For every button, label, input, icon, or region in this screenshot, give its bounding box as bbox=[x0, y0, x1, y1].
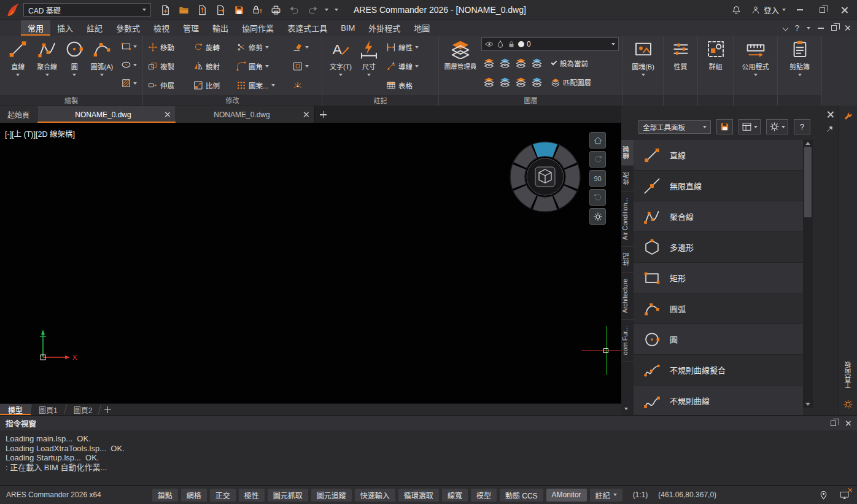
trim-button[interactable]: 修剪 bbox=[235, 42, 292, 52]
tab-noname0[interactable]: NONAME_0.dwg bbox=[37, 106, 176, 123]
restore-button[interactable] bbox=[814, 2, 830, 17]
circle-button[interactable]: 圓 bbox=[62, 37, 87, 95]
tab-manage[interactable]: 管理 bbox=[176, 20, 206, 36]
palette-settings-button[interactable] bbox=[766, 119, 788, 134]
lineweight-toggle[interactable]: 線寬 bbox=[442, 489, 468, 502]
amonitor-toggle[interactable]: AMonitor bbox=[546, 489, 587, 502]
print-button[interactable] bbox=[268, 2, 284, 17]
mirror-button[interactable]: 鏡射 bbox=[192, 61, 235, 71]
pin-icon[interactable] bbox=[826, 125, 834, 133]
palette-item-polygon[interactable]: 多邊形 bbox=[634, 232, 803, 263]
pattern-button[interactable]: 圖案... bbox=[235, 80, 292, 90]
rotate-button[interactable]: 旋轉 bbox=[192, 42, 235, 52]
palette-tab-annotate[interactable]: 註記 bbox=[621, 247, 634, 273]
tab-start-page[interactable]: 起始頁 bbox=[0, 106, 37, 123]
layer-manager-button[interactable]: 圖層管理員 bbox=[443, 37, 478, 95]
snap-toggle[interactable]: 鎖點 bbox=[152, 489, 178, 502]
qat-customize-caret[interactable] bbox=[333, 9, 340, 11]
tab-home[interactable]: 常用 bbox=[21, 20, 50, 36]
show-all-layers-button[interactable] bbox=[497, 56, 512, 71]
scroll-down-icon[interactable] bbox=[805, 403, 810, 406]
import-button[interactable] bbox=[194, 2, 210, 17]
etrack-toggle[interactable]: 圖元追蹤 bbox=[311, 489, 352, 502]
grid-toggle[interactable]: 網格 bbox=[181, 489, 207, 502]
erase-button[interactable] bbox=[292, 42, 316, 52]
palette-tab-draw[interactable]: 繪製 bbox=[621, 140, 634, 166]
quick-input-toggle[interactable]: 快速輸入 bbox=[355, 489, 395, 502]
palette-tab-architecture[interactable]: Architecture bbox=[621, 273, 634, 320]
tab-view[interactable]: 檢視 bbox=[147, 20, 176, 36]
leader-button[interactable]: 導線 bbox=[385, 56, 420, 76]
palette-item-spline-fit[interactable]: 不規則曲線擬合 bbox=[634, 355, 803, 386]
geolocation-button[interactable] bbox=[816, 488, 830, 502]
tool-palette-strip-label[interactable]: 工具面板 bbox=[843, 362, 853, 389]
doc-restore-icon[interactable] bbox=[831, 25, 837, 31]
more-tabs-icon[interactable] bbox=[624, 408, 628, 410]
rotate-angle-button[interactable]: 90 bbox=[589, 170, 606, 187]
tab-collaborate[interactable]: 協同作業 bbox=[235, 20, 281, 36]
scale-button[interactable]: 比例 bbox=[192, 80, 235, 90]
set-layer-current-button[interactable]: 設為當前 bbox=[545, 58, 619, 68]
explode-button[interactable] bbox=[292, 80, 316, 90]
close-tab-icon[interactable] bbox=[165, 112, 170, 117]
strip-settings-button[interactable] bbox=[842, 397, 855, 411]
freeze-layer-button[interactable] bbox=[513, 56, 528, 71]
new-sheet-button[interactable] bbox=[100, 404, 115, 415]
tab-express-tools[interactable]: 表達式工具 bbox=[281, 20, 334, 36]
tab-model[interactable]: 模型 bbox=[0, 404, 31, 415]
tab-output[interactable]: 輸出 bbox=[206, 20, 235, 36]
palette-item-spline[interactable]: 不規則曲線 bbox=[634, 386, 803, 415]
smart-dimension-button[interactable]: 尺寸 bbox=[355, 37, 382, 95]
tool-palette-strip-button[interactable] bbox=[842, 110, 855, 123]
group-button[interactable]: 群組 bbox=[702, 37, 729, 95]
open-button[interactable] bbox=[176, 2, 192, 17]
linear-dimension-button[interactable]: 線性 bbox=[385, 37, 420, 56]
utilities-button[interactable]: 公用程式 bbox=[737, 37, 774, 95]
palette-item-circle[interactable]: 圓 bbox=[634, 324, 803, 355]
command-history[interactable]: Loading main.lsp... OK. Loading LoadXtra… bbox=[0, 430, 857, 485]
lock-layer-button[interactable] bbox=[481, 75, 496, 90]
hide-layer-button[interactable] bbox=[481, 56, 496, 71]
redo-button[interactable] bbox=[304, 2, 320, 17]
viewport-controls-label[interactable]: [-][上 (T)][2D 線架構] bbox=[5, 128, 75, 139]
view-settings-button[interactable] bbox=[589, 208, 606, 225]
palette-scrollbar[interactable] bbox=[803, 140, 813, 408]
palette-tab-air-conditioning[interactable]: Air Condition... bbox=[621, 192, 634, 247]
float-window-icon[interactable] bbox=[831, 421, 836, 426]
layer-select[interactable]: 0 bbox=[481, 37, 619, 51]
export-button[interactable] bbox=[212, 2, 228, 17]
palette-tab-room-furniture[interactable]: oom Fur... bbox=[621, 320, 634, 362]
tab-addins[interactable]: 外掛程式 bbox=[362, 20, 407, 36]
redo-history-caret[interactable] bbox=[323, 9, 330, 11]
properties-button[interactable]: 性質 bbox=[667, 37, 694, 95]
help-caret-icon[interactable] bbox=[807, 27, 810, 29]
annotation-scale-value[interactable]: (1:1) bbox=[633, 490, 648, 499]
login-button[interactable]: 登入 bbox=[751, 4, 786, 16]
thaw-layer-button[interactable] bbox=[529, 56, 544, 71]
new-file-button[interactable] bbox=[157, 2, 173, 17]
cycle-select-toggle[interactable]: 循環選取 bbox=[398, 489, 439, 502]
new-document-tab-button[interactable] bbox=[315, 106, 331, 123]
offset-button[interactable] bbox=[292, 61, 316, 71]
esnap-toggle[interactable]: 圖元抓取 bbox=[268, 489, 308, 502]
palette-item-polyline[interactable]: 聚合線 bbox=[634, 201, 803, 232]
ortho-toggle[interactable]: 正交 bbox=[210, 489, 236, 502]
palette-item-infinite-line[interactable]: 無限直線 bbox=[634, 171, 803, 201]
tab-noname0-2[interactable]: NONAME_0.dwg bbox=[176, 106, 315, 123]
table-button[interactable]: 表格 bbox=[385, 76, 420, 95]
close-palette-icon[interactable] bbox=[827, 111, 834, 118]
save-button[interactable] bbox=[231, 2, 247, 17]
line-button[interactable]: 直線 bbox=[4, 37, 32, 95]
tab-annotate[interactable]: 註記 bbox=[80, 20, 109, 36]
text-button[interactable]: 文字(T) bbox=[326, 37, 355, 95]
scroll-up-icon[interactable] bbox=[805, 142, 810, 145]
isolate-layer-button[interactable] bbox=[513, 75, 528, 90]
etransmit-button[interactable] bbox=[249, 2, 265, 17]
collapse-ribbon-icon[interactable] bbox=[782, 25, 788, 31]
rectangle-button[interactable] bbox=[119, 39, 139, 54]
ellipse-button[interactable] bbox=[119, 57, 139, 72]
palette-item-rectangle[interactable]: 矩形 bbox=[634, 263, 803, 293]
tab-sheet2[interactable]: 圖頁2 bbox=[66, 404, 101, 415]
doc-minimize-icon[interactable] bbox=[818, 28, 824, 29]
navigation-wheel[interactable] bbox=[507, 139, 583, 215]
